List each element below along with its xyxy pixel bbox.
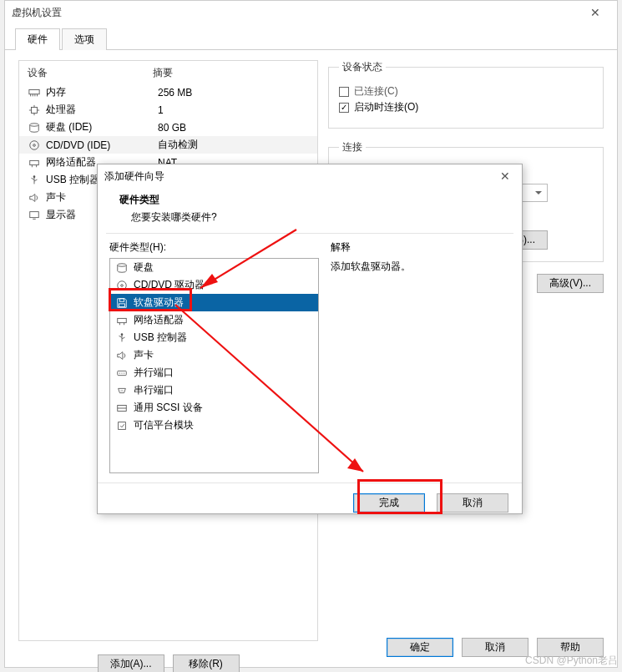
hardware-type-list[interactable]: 硬盘CD/DVD 驱动器软盘驱动器网络适配器USB 控制器声卡并行端口串行端口通…: [109, 258, 319, 473]
device-table-header: 设备 摘要: [19, 61, 317, 83]
device-row[interactable]: 内存256 MB: [19, 83, 317, 101]
wizard-list-label: 硬件类型(H):: [109, 240, 319, 255]
wizard-body: 硬件类型(H): 硬盘CD/DVD 驱动器软盘驱动器网络适配器USB 控制器声卡…: [98, 240, 522, 483]
hardware-type-item[interactable]: 通用 SCSI 设备: [110, 399, 318, 417]
connected-label: 已连接(C): [354, 84, 398, 99]
svg-point-31: [119, 372, 120, 373]
svg-rect-18: [30, 211, 39, 217]
wizard-header: 硬件类型 您要安装哪类硬件?: [98, 188, 522, 233]
finish-button[interactable]: 完成: [353, 493, 425, 513]
close-icon[interactable]: ✕: [580, 1, 610, 24]
tabs: 硬件 选项: [5, 28, 617, 50]
hardware-type-item[interactable]: CD/DVD 驱动器: [110, 276, 318, 294]
connect-on-boot-row[interactable]: ✓ 启动时连接(O): [339, 100, 593, 114]
wizard-explain-column: 解释 添加软盘驱动器。: [331, 240, 510, 483]
device-list-buttons: 添加(A)... 移除(R): [19, 654, 317, 672]
svg-point-12: [33, 144, 36, 146]
device-row[interactable]: CD/DVD (IDE)自动检测: [19, 136, 317, 154]
connection-legend: 连接: [339, 140, 366, 154]
help-button[interactable]: 帮助: [537, 638, 604, 657]
device-row[interactable]: 处理器1: [19, 101, 317, 119]
svg-rect-0: [29, 89, 39, 93]
usb-icon: [28, 174, 41, 187]
wizard-list-column: 硬件类型(H): 硬盘CD/DVD 驱动器软盘驱动器网络适配器USB 控制器声卡…: [109, 240, 319, 483]
hardware-type-label: 通用 SCSI 设备: [134, 401, 203, 415]
svg-point-32: [121, 372, 122, 373]
cd-icon: [115, 279, 129, 292]
wizard-cancel-button[interactable]: 取消: [437, 493, 508, 513]
tab-options[interactable]: 选项: [62, 28, 107, 50]
window-title: 虚拟机设置: [12, 6, 62, 20]
svg-point-20: [118, 263, 127, 266]
dialog-buttons: 确定 取消 帮助: [387, 638, 604, 657]
tab-hardware[interactable]: 硬件: [15, 28, 60, 50]
add-button[interactable]: 添加(A)...: [98, 654, 164, 672]
wizard-title-bar: 添加硬件向导 ✕: [98, 164, 522, 188]
net-icon: [28, 156, 41, 169]
sound-icon: [28, 191, 41, 205]
device-status-legend: 设备状态: [339, 60, 386, 74]
disk-icon: [115, 261, 129, 275]
hardware-type-item[interactable]: 并行端口: [110, 364, 318, 381]
header-summary: 摘要: [153, 66, 173, 80]
svg-point-35: [122, 390, 123, 391]
svg-point-22: [121, 284, 124, 286]
svg-point-33: [124, 372, 124, 373]
device-summary: 1: [158, 104, 312, 116]
hardware-type-item[interactable]: USB 控制器: [110, 329, 318, 346]
svg-rect-5: [32, 107, 38, 113]
ok-button[interactable]: 确定: [387, 638, 453, 657]
header-device: 设备: [28, 66, 153, 80]
close-icon[interactable]: ✕: [495, 164, 515, 188]
tpm-icon: [115, 419, 129, 432]
device-name: CD/DVD (IDE): [46, 139, 153, 151]
svg-point-10: [30, 123, 39, 126]
hardware-type-label: USB 控制器: [134, 331, 187, 345]
display-icon: [28, 209, 41, 222]
net-icon: [115, 314, 129, 327]
remove-button[interactable]: 移除(R): [173, 654, 240, 672]
hardware-type-item[interactable]: 硬盘: [110, 259, 318, 276]
device-name: 硬盘 (IDE): [46, 120, 153, 134]
checkbox-icon: ✓: [339, 103, 349, 113]
wizard-subtitle: 您要安装哪类硬件?: [119, 210, 500, 225]
device-name: 内存: [46, 85, 153, 99]
checkbox-icon: [339, 87, 349, 97]
connected-checkbox-row[interactable]: 已连接(C): [339, 84, 593, 99]
parallel-icon: [115, 366, 129, 380]
wizard-buttons: 完成 取消: [98, 483, 522, 523]
hardware-type-item[interactable]: 串行端口: [110, 381, 318, 399]
add-hardware-wizard: 添加硬件向导 ✕ 硬件类型 您要安装哪类硬件? 硬件类型(H): 硬盘CD/DV…: [97, 164, 523, 514]
advanced-button[interactable]: 高级(V)...: [537, 274, 604, 293]
serial-icon: [115, 384, 129, 397]
svg-rect-25: [118, 318, 127, 322]
usb-icon: [115, 331, 129, 345]
cpu-icon: [28, 104, 41, 117]
memory-icon: [28, 86, 41, 99]
device-name: 处理器: [46, 103, 153, 117]
hardware-type-item[interactable]: 可信平台模块: [110, 417, 318, 434]
title-bar: 虚拟机设置 ✕: [5, 1, 617, 24]
hardware-type-label: 并行端口: [134, 366, 174, 380]
connect-on-boot-label: 启动时连接(O): [354, 100, 418, 114]
sound-icon: [115, 349, 129, 362]
hardware-type-label: 硬盘: [134, 260, 154, 275]
divider: [106, 233, 513, 234]
svg-rect-38: [119, 422, 126, 429]
hardware-type-label: CD/DVD 驱动器: [134, 278, 205, 292]
hardware-type-label: 声卡: [134, 348, 154, 362]
hardware-type-item[interactable]: 声卡: [110, 346, 318, 364]
hardware-type-item[interactable]: 网络适配器: [110, 311, 318, 329]
device-summary: 自动检测: [158, 138, 312, 152]
disk-icon: [28, 121, 41, 134]
device-summary: 256 MB: [158, 87, 312, 99]
cancel-button[interactable]: 取消: [462, 638, 528, 657]
svg-point-21: [118, 280, 127, 290]
svg-rect-24: [119, 303, 125, 306]
explain-text: 添加软盘驱动器。: [331, 260, 510, 274]
svg-rect-13: [30, 160, 39, 164]
hardware-type-label: 串行端口: [134, 383, 174, 397]
hardware-type-label: 网络适配器: [134, 313, 184, 327]
hardware-type-item[interactable]: 软盘驱动器: [110, 294, 318, 311]
device-row[interactable]: 硬盘 (IDE)80 GB: [19, 119, 317, 136]
